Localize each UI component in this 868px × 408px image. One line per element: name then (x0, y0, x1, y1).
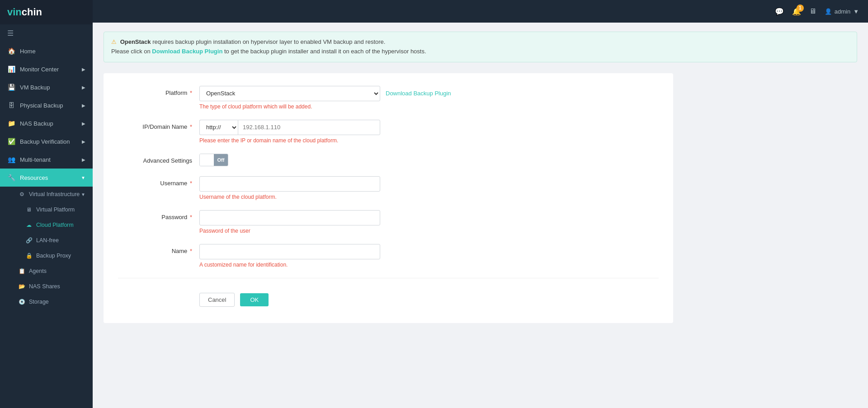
sidebar-item-storage[interactable]: 💿 Storage (0, 294, 93, 310)
form-divider (118, 278, 659, 278)
sidebar-item-backup-verification[interactable]: ✅ Backup Verification ▶ (0, 132, 93, 150)
download-plugin-link[interactable]: Download Backup Plugin (386, 90, 451, 97)
platform-select[interactable]: OpenStack VMware vSphere AWS Azure (199, 86, 380, 101)
sidebar-item-monitor-center[interactable]: 📊 Monitor Center ▶ (0, 60, 93, 78)
chat-icon[interactable]: 💬 (775, 7, 784, 16)
chevron-right-icon: ▶ (82, 139, 85, 144)
content-area: ⚠ OpenStack requires backup plugin insta… (93, 23, 868, 408)
password-input[interactable] (199, 210, 380, 225)
form-actions: Cancel OK (118, 289, 659, 307)
advanced-settings-row: Advanced Settings Off (118, 154, 659, 166)
cancel-button[interactable]: Cancel (199, 293, 235, 307)
backup-proxy-icon: 🔒 (25, 252, 33, 259)
required-mark: * (190, 123, 192, 130)
name-row: Name * A customized name for identificat… (118, 244, 659, 268)
sidebar-sub-label: Backup Proxy (36, 253, 71, 259)
sidebar-item-label: Resources (20, 174, 81, 181)
username-hint: Username of the cloud platform. (199, 194, 659, 200)
sidebar: vinchin ☰ 🏠 Home 📊 Monitor Center ▶ 💾 VM… (0, 0, 93, 408)
notification-badge: 1 (797, 5, 804, 12)
storage-icon: 💿 (18, 298, 25, 305)
sidebar-item-resources[interactable]: 🔧 Resources ▼ (0, 169, 93, 187)
form-card: Platform * OpenStack VMware vSphere AWS … (104, 73, 673, 323)
password-row: Password * Password of the user (118, 210, 659, 234)
ok-button[interactable]: OK (240, 293, 269, 306)
required-mark: * (190, 89, 192, 96)
nas-backup-icon: 📁 (7, 119, 15, 127)
platform-field: OpenStack VMware vSphere AWS Azure Downl… (199, 86, 659, 110)
sidebar-item-label: Home (20, 48, 85, 55)
banner-download-link[interactable]: Download Backup Plugin (152, 48, 222, 55)
sidebar-item-physical-backup[interactable]: 🗄 Physical Backup ▶ (0, 96, 93, 114)
sidebar-item-lan-free[interactable]: 🔗 LAN-free (0, 233, 93, 248)
platform-hint: The type of cloud platform which will be… (199, 103, 659, 110)
platform-label: Platform * (118, 86, 199, 96)
username-input[interactable] (199, 176, 380, 192)
required-mark: * (190, 214, 192, 220)
nas-shares-icon: 📂 (18, 283, 25, 290)
toggle-off-side: Off (214, 154, 228, 166)
password-field: Password of the user (199, 210, 659, 234)
sidebar-item-home[interactable]: 🏠 Home (0, 42, 93, 60)
sidebar-item-label: Backup Verification (20, 138, 82, 145)
backup-verification-icon: ✅ (7, 137, 15, 145)
sidebar-item-nas-shares[interactable]: 📂 NAS Shares (0, 279, 93, 294)
password-hint: Password of the user (199, 228, 659, 234)
sidebar-item-virtual-infrastructure[interactable]: ⚙ Virtual Infrastructure ▼ (0, 187, 93, 202)
name-input[interactable] (199, 244, 380, 259)
info-banner: ⚠ OpenStack requires backup plugin insta… (104, 32, 857, 62)
sidebar-sub-label: NAS Shares (29, 283, 60, 290)
lan-free-icon: 🔗 (25, 237, 33, 244)
sidebar-sub-label: LAN-free (36, 237, 59, 244)
name-hint: A customized name for identification. (199, 262, 659, 268)
advanced-settings-toggle[interactable]: Off (199, 154, 228, 166)
sidebar-item-cloud-platform[interactable]: ☁ Cloud Platform (0, 217, 93, 233)
required-mark: * (190, 248, 192, 254)
banner-text2: Please click on (111, 48, 152, 55)
ip-label: IP/Domain Name * (118, 120, 199, 130)
sidebar-item-nas-backup[interactable]: 📁 NAS Backup ▶ (0, 114, 93, 132)
banner-brand: OpenStack (120, 38, 151, 45)
monitor-icon: 📊 (7, 65, 15, 73)
user-icon: 👤 (825, 8, 832, 15)
banner-text1: requires backup plugin installation on h… (152, 38, 385, 45)
sidebar-item-multi-tenant[interactable]: 👥 Multi-tenant ▶ (0, 150, 93, 169)
chevron-right-icon: ▶ (82, 67, 85, 72)
chevron-right-icon: ▶ (82, 157, 85, 162)
user-menu[interactable]: 👤 admin ▼ (825, 8, 859, 15)
sidebar-sub-label: Cloud Platform (36, 222, 74, 228)
toggle-on-side (200, 154, 214, 166)
sidebar-sub-label: Virtual Infrastructure (29, 191, 80, 197)
chevron-right-icon: ▶ (82, 103, 85, 108)
username-field: Username of the cloud platform. (199, 176, 659, 200)
username-label: Username * (118, 176, 199, 187)
chevron-down-icon: ▼ (81, 175, 85, 180)
sidebar-item-agents[interactable]: 📋 Agents (0, 263, 93, 279)
collapse-button[interactable]: ☰ (0, 24, 93, 42)
logo: vinchin (0, 0, 93, 24)
main-content: 💬 🔔 1 🖥 👤 admin ▼ ⚠ OpenStack requires b… (93, 0, 868, 408)
logo-chin: chin (22, 6, 42, 18)
sidebar-item-vm-backup[interactable]: 💾 VM Backup ▶ (0, 78, 93, 96)
virtual-platform-icon: 🖥 (25, 206, 33, 213)
advanced-label: Advanced Settings (118, 154, 199, 164)
chevron-right-icon: ▶ (82, 85, 85, 90)
chevron-down-icon: ▼ (853, 8, 859, 15)
notification-bell[interactable]: 🔔 1 (792, 7, 801, 16)
sidebar-item-label: VM Backup (20, 84, 82, 91)
sidebar-item-label: Physical Backup (20, 102, 82, 109)
multi-tenant-icon: 👥 (7, 155, 15, 164)
username-row: Username * Username of the cloud platfor… (118, 176, 659, 200)
ip-input[interactable] (238, 120, 380, 135)
sidebar-sub-label: Agents (29, 268, 47, 274)
advanced-field: Off (199, 154, 659, 166)
ip-field: http:// https:// Please enter the IP or … (199, 120, 659, 144)
sidebar-item-backup-proxy[interactable]: 🔒 Backup Proxy (0, 248, 93, 263)
monitor-icon[interactable]: 🖥 (809, 7, 816, 15)
sidebar-item-virtual-platform[interactable]: 🖥 Virtual Platform (0, 202, 93, 217)
resources-icon: 🔧 (7, 174, 15, 182)
agents-icon: 📋 (18, 267, 25, 275)
ip-protocol-select[interactable]: http:// https:// (199, 120, 238, 135)
warning-icon: ⚠ (111, 38, 117, 45)
sidebar-item-label: Monitor Center (20, 66, 82, 73)
